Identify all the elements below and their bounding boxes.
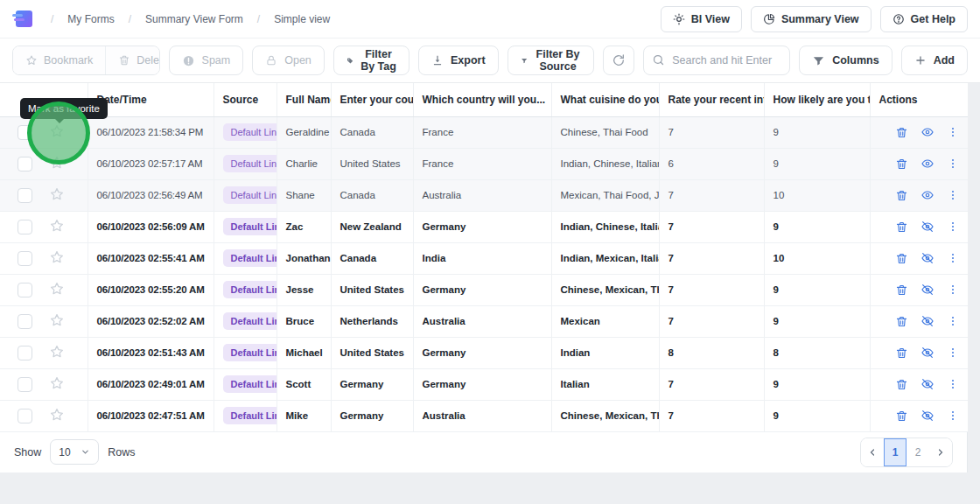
cell-full-name: Bruce (276, 305, 331, 337)
source-badge: Default Link (223, 155, 277, 172)
eye-off-icon[interactable] (920, 377, 934, 391)
add-button[interactable]: Add (901, 46, 968, 75)
trash-icon[interactable] (895, 410, 908, 423)
kebab-icon[interactable] (947, 284, 959, 296)
spam-button[interactable]: Spam (169, 46, 244, 75)
kebab-icon[interactable] (947, 378, 959, 390)
filter-by-tag-button[interactable]: Filter By Tag (333, 46, 410, 75)
trash-icon[interactable] (895, 189, 908, 202)
trash-icon[interactable] (895, 252, 908, 265)
kebab-icon[interactable] (947, 189, 959, 201)
eye-off-icon[interactable] (920, 220, 934, 234)
trash-icon[interactable] (895, 220, 908, 234)
star-icon[interactable] (49, 312, 65, 328)
search-input[interactable] (643, 46, 790, 75)
eye-off-icon[interactable] (920, 251, 934, 265)
trash-icon[interactable] (895, 315, 908, 328)
kebab-icon[interactable] (947, 252, 959, 264)
columns-button[interactable]: Columns (799, 46, 892, 75)
cell-likely: 9 (764, 148, 870, 179)
next-page-button[interactable] (929, 438, 952, 466)
cell-likely: 10 (764, 179, 870, 211)
star-icon[interactable] (49, 218, 65, 234)
row-checkbox[interactable] (18, 314, 32, 329)
breadcrumb-my-forms[interactable]: My Forms (67, 13, 114, 25)
star-icon[interactable] (49, 375, 65, 391)
get-help-button[interactable]: Get Help (880, 6, 968, 32)
cell-likely: 9 (764, 274, 870, 305)
table-row: 06/10/2023 02:55:41 AM Default Link Jona… (0, 242, 968, 274)
cell-rate: 6 (659, 148, 764, 179)
row-checkbox[interactable] (18, 409, 32, 424)
eye-off-icon[interactable] (920, 314, 934, 328)
bookmark-button[interactable]: Bookmark (13, 46, 106, 74)
row-checkbox[interactable] (18, 220, 32, 234)
eye-off-icon[interactable] (920, 283, 934, 297)
summary-view-button[interactable]: Summary View (751, 6, 872, 32)
source-badge: Default Link (223, 407, 277, 424)
eye-off-icon[interactable] (920, 409, 934, 423)
row-checkbox[interactable] (18, 346, 32, 360)
star-icon[interactable] (49, 281, 65, 297)
trash-icon[interactable] (895, 378, 908, 391)
star-icon[interactable] (49, 407, 65, 423)
row-checkbox[interactable] (18, 283, 32, 298)
pie-icon (763, 13, 775, 25)
source-badge: Default Link (223, 312, 277, 330)
star-icon[interactable] (49, 186, 65, 202)
kebab-icon[interactable] (947, 410, 959, 422)
eye-off-icon[interactable] (920, 346, 934, 360)
chevron-left-icon (867, 447, 878, 458)
app-logo-icon[interactable] (12, 10, 33, 28)
rows-label: Rows (108, 446, 135, 458)
row-checkbox[interactable] (18, 157, 32, 172)
cell-cuisine: Chinese, Thai Food (551, 116, 659, 148)
cell-likely: 9 (764, 211, 870, 242)
breadcrumb-view-name[interactable]: Simple view (274, 13, 330, 25)
refresh-button[interactable] (603, 46, 634, 75)
cell-cuisine: Indian, Mexican, Italian (551, 242, 659, 274)
export-button[interactable]: Export (418, 46, 499, 75)
kebab-icon[interactable] (947, 158, 959, 170)
cell-which-country: Australia (413, 179, 551, 211)
star-icon[interactable] (49, 249, 65, 265)
submissions-table-container: Date/Time Source Full Name Enter your co… (0, 83, 968, 472)
cell-datetime: 06/10/2023 02:55:41 AM (88, 242, 214, 274)
kebab-icon[interactable] (947, 220, 959, 233)
trash-icon[interactable] (895, 284, 908, 297)
cell-which-country: Germany (413, 274, 551, 305)
trash-icon[interactable] (895, 346, 908, 360)
row-checkbox[interactable] (18, 251, 32, 266)
bi-view-button[interactable]: BI View (661, 6, 742, 32)
cell-likely: 9 (764, 116, 870, 148)
page-2-button[interactable]: 2 (906, 438, 929, 466)
filter-by-tag-label: Filter By Tag (360, 48, 396, 73)
submissions-table: Date/Time Source Full Name Enter your co… (0, 83, 968, 432)
column-header-cuisine: What cuisine do you lo... (551, 83, 659, 116)
source-badge: Default Link (223, 186, 277, 204)
open-button[interactable]: Open (252, 46, 325, 75)
delete-button[interactable]: Delete (106, 46, 159, 74)
kebab-icon[interactable] (947, 346, 959, 359)
trash-icon[interactable] (895, 126, 908, 139)
columns-label: Columns (832, 54, 878, 66)
previous-page-button[interactable] (861, 438, 884, 466)
row-checkbox[interactable] (18, 377, 32, 392)
kebab-icon[interactable] (947, 126, 959, 138)
cell-full-name: Michael (276, 337, 331, 368)
breadcrumb-form-name[interactable]: Summary View Form (145, 13, 243, 25)
row-checkbox[interactable] (18, 188, 32, 203)
cell-full-name: Scott (276, 368, 331, 400)
funnel-icon (812, 54, 825, 67)
eye-icon[interactable] (920, 188, 934, 202)
page-size-select[interactable]: 10 (50, 439, 99, 465)
cell-full-name: Shane (276, 179, 331, 211)
star-icon[interactable] (49, 344, 65, 360)
eye-icon[interactable] (920, 125, 934, 139)
page-1-button[interactable]: 1 (884, 438, 906, 466)
filter-by-source-button[interactable]: Filter By Source (508, 46, 595, 75)
cell-cuisine: Mexican, Thai Food, Ja... (551, 179, 659, 211)
eye-icon[interactable] (920, 157, 934, 171)
trash-icon[interactable] (895, 158, 908, 171)
kebab-icon[interactable] (947, 315, 959, 327)
